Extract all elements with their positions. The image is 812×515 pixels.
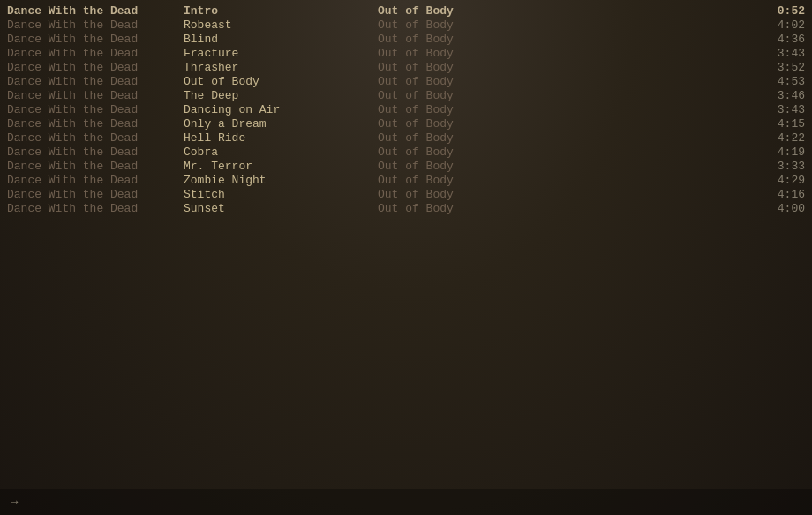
album-cell: Out of Body: [378, 188, 752, 201]
duration-cell: 3:33: [752, 160, 805, 173]
title-cell: Only a Dream: [184, 117, 378, 131]
table-row[interactable]: Dance With the DeadIntroOut of Body0:52: [0, 4, 812, 18]
title-cell: Robeast: [184, 19, 378, 32]
artist-cell: Dance With the Dead: [7, 103, 184, 116]
artist-cell: Dance With the Dead: [7, 47, 184, 60]
duration-cell: 4:19: [752, 146, 805, 159]
title-cell: Fracture: [184, 47, 378, 60]
artist-cell: Dance With the Dead: [7, 146, 184, 159]
title-cell: The Deep: [184, 89, 378, 102]
table-row[interactable]: Dance With the DeadRobeastOut of Body4:0…: [0, 18, 812, 32]
duration-cell: 4:02: [752, 19, 805, 32]
artist-cell: Dance With the Dead: [7, 131, 184, 145]
artist-cell: Dance With the Dead: [7, 33, 184, 46]
title-cell: Stitch: [184, 188, 378, 201]
title-cell: Cobra: [184, 146, 378, 159]
title-cell: Dancing on Air: [184, 103, 378, 116]
title-cell: Mr. Terror: [184, 160, 378, 173]
artist-cell: Dance With the Dead: [7, 202, 184, 215]
duration-cell: 4:15: [752, 117, 805, 131]
album-cell: Out of Body: [378, 202, 752, 215]
track-list: Dance With the DeadIntroOut of Body0:52D…: [0, 0, 812, 219]
table-row[interactable]: Dance With the DeadFractureOut of Body3:…: [0, 46, 812, 60]
album-cell: Out of Body: [378, 131, 752, 145]
table-row[interactable]: Dance With the DeadThrasherOut of Body3:…: [0, 60, 812, 74]
table-row[interactable]: Dance With the DeadBlindOut of Body4:36: [0, 32, 812, 46]
duration-cell: 4:16: [752, 188, 805, 201]
table-row[interactable]: Dance With the DeadDancing on AirOut of …: [0, 102, 812, 116]
duration-cell: 0:52: [752, 4, 805, 18]
artist-cell: Dance With the Dead: [7, 19, 184, 32]
title-cell: Hell Ride: [184, 131, 378, 145]
album-cell: Out of Body: [378, 61, 752, 74]
duration-cell: 3:52: [752, 61, 805, 74]
title-cell: Sunset: [184, 202, 378, 215]
table-row[interactable]: Dance With the DeadStitchOut of Body4:16: [0, 187, 812, 201]
album-cell: Out of Body: [378, 19, 752, 32]
album-cell: Out of Body: [378, 174, 752, 187]
table-row[interactable]: Dance With the DeadSunsetOut of Body4:00: [0, 201, 812, 215]
album-cell: Out of Body: [378, 146, 752, 159]
table-row[interactable]: Dance With the DeadCobraOut of Body4:19: [0, 145, 812, 159]
table-row[interactable]: Dance With the DeadOnly a DreamOut of Bo…: [0, 116, 812, 131]
duration-cell: 4:53: [752, 75, 805, 88]
table-row[interactable]: Dance With the DeadThe DeepOut of Body3:…: [0, 88, 812, 102]
artist-cell: Dance With the Dead: [7, 89, 184, 102]
title-cell: Out of Body: [184, 75, 378, 88]
title-cell: Zombie Night: [184, 174, 378, 187]
duration-cell: 4:00: [752, 202, 805, 215]
duration-cell: 3:46: [752, 89, 805, 102]
duration-cell: 3:43: [752, 103, 805, 116]
title-cell: Blind: [184, 33, 378, 46]
artist-cell: Dance With the Dead: [7, 174, 184, 187]
album-cell: Out of Body: [378, 117, 752, 131]
duration-cell: 4:29: [752, 174, 805, 187]
album-cell: Out of Body: [378, 47, 752, 60]
album-cell: Out of Body: [378, 33, 752, 46]
title-cell: Intro: [184, 4, 378, 18]
artist-cell: Dance With the Dead: [7, 4, 184, 18]
artist-cell: Dance With the Dead: [7, 117, 184, 131]
title-cell: Thrasher: [184, 61, 378, 74]
bottom-bar: →: [0, 489, 812, 515]
artist-cell: Dance With the Dead: [7, 75, 184, 88]
table-row[interactable]: Dance With the DeadMr. TerrorOut of Body…: [0, 159, 812, 173]
table-row[interactable]: Dance With the DeadOut of BodyOut of Bod…: [0, 74, 812, 88]
duration-cell: 3:43: [752, 47, 805, 60]
album-cell: Out of Body: [378, 160, 752, 173]
duration-cell: 4:36: [752, 33, 805, 46]
table-row[interactable]: Dance With the DeadHell RideOut of Body4…: [0, 131, 812, 145]
table-row[interactable]: Dance With the DeadZombie NightOut of Bo…: [0, 173, 812, 187]
album-cell: Out of Body: [378, 89, 752, 102]
duration-cell: 4:22: [752, 131, 805, 145]
album-cell: Out of Body: [378, 4, 752, 18]
arrow-icon: →: [11, 495, 18, 509]
artist-cell: Dance With the Dead: [7, 160, 184, 173]
album-cell: Out of Body: [378, 103, 752, 116]
artist-cell: Dance With the Dead: [7, 61, 184, 74]
artist-cell: Dance With the Dead: [7, 188, 184, 201]
album-cell: Out of Body: [378, 75, 752, 88]
